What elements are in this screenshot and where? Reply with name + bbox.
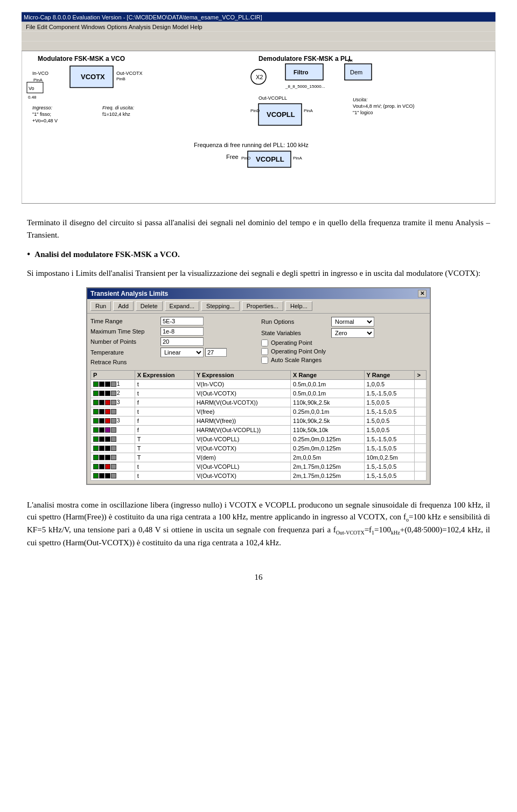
num-points-input[interactable]	[160, 337, 204, 346]
x-range-cell: 0.25m,0m,0.125m	[291, 434, 365, 443]
x-expression-cell: t	[135, 388, 194, 398]
operating-point-checkbox[interactable]	[261, 339, 268, 346]
svg-text:File  Edit  Component  Windows: File Edit Component Windows Options Anal…	[26, 24, 202, 30]
x-range-cell: 2m,0,0.5m	[291, 453, 365, 462]
col-extra: >	[415, 370, 427, 379]
table-row: TV(dem)2m,0,0.5m10m,0,2.5m	[91, 453, 427, 462]
page-container: Micro-Cap 8.0.0.0 Evaluation Version - […	[0, 0, 517, 812]
svg-text:Demodulatore FSK-MSK a PLL: Demodulatore FSK-MSK a PLL	[258, 55, 353, 63]
dialog-wrapper: Transient Analysis Limits ✕ Run Add Dele…	[22, 287, 495, 485]
expand-button[interactable]: Expand...	[165, 301, 199, 311]
color-cell	[91, 425, 135, 434]
color-cell	[91, 453, 135, 462]
y-range-cell: 1.5,-1.5,0.5	[364, 388, 415, 398]
temperature-input[interactable]	[205, 348, 227, 357]
temperature-row: Temperature Linear	[90, 348, 256, 357]
y-expression-cell: V(free)	[194, 407, 290, 416]
x-range-cell: 0.25m,0,0.1m	[291, 407, 365, 416]
bullet-icon: •	[27, 247, 30, 262]
x-expression-cell: t	[135, 471, 194, 480]
table-row: TV(Out-VCOPLL)0.25m,0m,0.125m1.5,-1.5,0.…	[91, 434, 427, 443]
dialog-right-col: Run Options Normal State Variables Zero	[256, 317, 427, 367]
table-row: 3fHARM(V(Out-VCOTX))110k,90k,2.5k1.5,0,0…	[91, 398, 427, 407]
delete-button[interactable]: Delete	[136, 301, 163, 311]
temperature-label: Temperature	[90, 349, 160, 356]
num-points-row: Number of Points	[90, 337, 256, 346]
run-options-select[interactable]: Normal	[331, 317, 374, 327]
y-range-cell: 1.5,-1.5,0.5	[364, 407, 415, 416]
auto-scale-ranges-checkbox[interactable]	[261, 357, 268, 364]
add-button[interactable]: Add	[113, 301, 134, 311]
time-range-input[interactable]	[160, 317, 204, 325]
dialog-body: Time Range Maximum Time Step Number of P…	[87, 314, 430, 484]
extra-cell	[415, 462, 427, 471]
extra-cell	[415, 407, 427, 416]
table-row: tV(free)0.25m,0,0.1m1.5,-1.5,0.5	[91, 407, 427, 416]
color-cell	[91, 443, 135, 453]
svg-text:PinA: PinA	[33, 78, 43, 82]
y-range-cell: 1.5,-1.5,0.5	[364, 462, 415, 471]
max-time-step-input[interactable]	[160, 327, 204, 336]
help-button[interactable]: Help...	[285, 301, 312, 311]
svg-text:Filtro: Filtro	[294, 69, 309, 75]
x-range-cell: 0.5m,0,0.1m	[291, 379, 365, 388]
y-expression-cell: V(Out-VCOPLL)	[194, 434, 290, 443]
dialog-cols: Time Range Maximum Time Step Number of P…	[90, 317, 427, 367]
col-y-range: Y Range	[364, 370, 415, 379]
temperature-select[interactable]: Linear	[160, 348, 204, 357]
extra-cell	[415, 416, 427, 425]
properties-button[interactable]: Properties...	[242, 301, 283, 311]
run-options-row: Run Options Normal	[261, 317, 427, 327]
max-time-step-label: Maximum Time Step	[90, 328, 160, 335]
svg-text:PinA: PinA	[304, 108, 313, 113]
extra-cell	[415, 434, 427, 443]
y-expression-cell: V(dem)	[194, 453, 290, 462]
operating-point-only-checkbox[interactable]	[261, 348, 268, 355]
svg-text:"1" logico: "1" logico	[353, 110, 373, 115]
bottom-paragraph: L'analisi mostra come in oscillazione li…	[27, 499, 490, 549]
state-variables-row: State Variables Zero	[261, 328, 427, 338]
col-x-expr: X Expression	[135, 370, 194, 379]
auto-scale-ranges-label: Auto Scale Ranges	[271, 357, 322, 363]
svg-text:PinB: PinB	[116, 77, 125, 81]
svg-text:Uscita:: Uscita:	[353, 97, 368, 102]
y-expression-cell: V(Out-VCOTX)	[194, 443, 290, 453]
x-range-cell: 2m,1.75m,0.125m	[291, 462, 365, 471]
table-row: tV(Out-VCOPLL)2m,1.75m,0.125m1.5,-1.5,0.…	[91, 462, 427, 471]
svg-rect-4	[22, 32, 495, 41]
dialog-close-button[interactable]: ✕	[418, 290, 427, 297]
svg-text:X2: X2	[256, 74, 263, 80]
run-button[interactable]: Run	[90, 301, 111, 311]
x-expression-cell: T	[135, 443, 194, 453]
svg-text:PinD: PinD	[250, 108, 260, 113]
svg-text:1K: 1K	[347, 58, 353, 63]
table-row: fHARM(V(Out-VCOPLL))110k,50k,10k1.5,0,0.…	[91, 425, 427, 434]
dialog-title: Transient Analysis Limits	[90, 290, 168, 297]
svg-text:"1" fisso;: "1" fisso;	[32, 112, 51, 117]
stepping-button[interactable]: Stepping...	[201, 301, 240, 311]
state-variables-select[interactable]: Zero	[331, 328, 374, 338]
x-expression-cell: T	[135, 453, 194, 462]
svg-text:Vout=4,8 mV; (prop. in VCO): Vout=4,8 mV; (prop. in VCO)	[353, 103, 414, 109]
before-dialog-text: Si impostano i Limits dell'analisi Trans…	[27, 267, 490, 280]
time-range-label: Time Range	[90, 318, 160, 324]
operating-point-label: Operating Point	[271, 339, 312, 346]
svg-text:Modulatore FSK-MSK a VCO: Modulatore FSK-MSK a VCO	[38, 55, 125, 63]
extra-cell	[415, 398, 427, 407]
svg-text:VCOPLL: VCOPLL	[256, 155, 284, 163]
svg-text:Out-VCOPLL: Out-VCOPLL	[258, 95, 287, 101]
svg-text:In-VCO: In-VCO	[32, 71, 48, 76]
extra-cell	[415, 443, 427, 453]
y-expression-cell: V(Out-VCOTX)	[194, 471, 290, 480]
x-expression-cell: f	[135, 398, 194, 407]
time-range-row: Time Range	[90, 317, 256, 325]
svg-text:VCOPLL: VCOPLL	[267, 110, 295, 119]
color-cell: 3	[91, 416, 135, 425]
retrace-runs-label: Retrace Runs	[90, 359, 160, 365]
table-row: 3fHARM(V(free))110k,90k,2.5k1.5,0,0.5	[91, 416, 427, 425]
svg-text:PinA: PinA	[293, 156, 303, 161]
table-row: 1tV(In-VCO)0.5m,0,0.1m1,0,0.5	[91, 379, 427, 388]
extra-cell	[415, 388, 427, 398]
y-expression-cell: HARM(V(Out-VCOPLL))	[194, 425, 290, 434]
circuit-svg: Micro-Cap 8.0.0.0 Evaluation Version - […	[22, 11, 495, 205]
